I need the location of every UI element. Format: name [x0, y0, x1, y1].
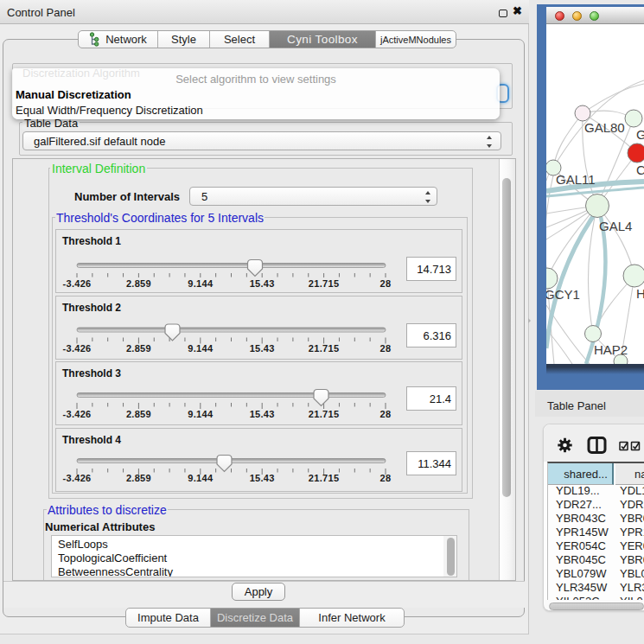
svg-text:C: C	[636, 163, 644, 177]
svg-text:HAP2: HAP2	[594, 342, 628, 357]
svg-text:GAL80: GAL80	[584, 120, 625, 135]
svg-text:GA: GA	[636, 127, 644, 142]
svg-text:H: H	[636, 286, 644, 301]
svg-text:GCY1: GCY1	[546, 287, 580, 302]
svg-text:GAL11: GAL11	[556, 172, 596, 187]
svg-text:GAL4: GAL4	[599, 219, 632, 233]
